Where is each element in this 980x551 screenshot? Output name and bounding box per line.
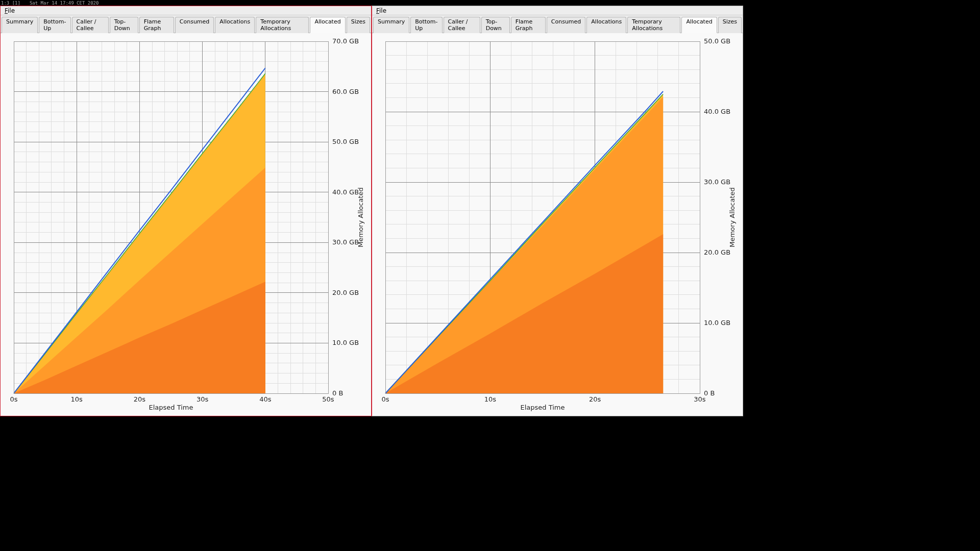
menubar: File: [372, 6, 743, 15]
tab-allocated[interactable]: Allocated: [310, 17, 345, 33]
tab-bottomup[interactable]: Bottom-Up: [39, 17, 70, 33]
svg-text:Elapsed Time: Elapsed Time: [520, 404, 565, 411]
tab-flame[interactable]: Flame Graph: [139, 17, 174, 33]
tab-tmpalloc[interactable]: Temporary Allocations: [256, 17, 309, 33]
svg-text:10.0 GB: 10.0 GB: [332, 339, 359, 346]
tab-sizes[interactable]: Sizes: [718, 17, 742, 33]
tab-allocated[interactable]: Allocated: [681, 17, 717, 33]
tab-bar-left: SummaryBottom-UpCaller / CalleeTop-DownF…: [1, 15, 371, 33]
svg-text:70.0 GB: 70.0 GB: [332, 37, 359, 45]
left-pane: File SummaryBottom-UpCaller / CalleeTop-…: [0, 6, 372, 416]
svg-text:0s: 0s: [381, 395, 389, 403]
allocated-chart-right[interactable]: 0s10s20s30s0 B10.0 GB20.0 GB30.0 GB40.0 …: [375, 36, 740, 413]
svg-text:0 B: 0 B: [704, 389, 715, 397]
svg-text:40.0 GB: 40.0 GB: [704, 108, 730, 115]
svg-text:Memory Allocated: Memory Allocated: [357, 187, 364, 247]
svg-text:50.0 GB: 50.0 GB: [704, 37, 730, 45]
tab-bottomup[interactable]: Bottom-Up: [410, 17, 442, 33]
tab-caller[interactable]: Caller / Callee: [72, 17, 109, 33]
tab-summary[interactable]: Summary: [2, 17, 38, 33]
svg-text:40.0 GB: 40.0 GB: [332, 188, 359, 196]
svg-text:40s: 40s: [259, 395, 272, 403]
tab-caller[interactable]: Caller / Callee: [444, 17, 480, 33]
workspace-indicator: 1:3 [1]: [1, 1, 20, 6]
chart-area-right: 0s10s20s30s0 B10.0 GB20.0 GB30.0 GB40.0 …: [372, 33, 743, 416]
tab-topdown[interactable]: Top-Down: [481, 17, 510, 33]
svg-text:60.0 GB: 60.0 GB: [332, 88, 359, 95]
tab-topdown[interactable]: Top-Down: [110, 17, 138, 33]
svg-text:20s: 20s: [134, 395, 146, 403]
menubar: File: [1, 6, 371, 15]
svg-text:20.0 GB: 20.0 GB: [332, 289, 359, 296]
tab-consumed[interactable]: Consumed: [547, 17, 586, 33]
svg-text:0 B: 0 B: [332, 389, 343, 397]
clock-text: Sat Mar 14 17:49 CET 2020: [30, 1, 99, 6]
svg-text:10s: 10s: [484, 395, 497, 403]
svg-text:Memory Allocated: Memory Allocated: [728, 187, 736, 247]
tab-flame[interactable]: Flame Graph: [511, 17, 546, 33]
tab-tmpalloc[interactable]: Temporary Allocations: [627, 17, 680, 33]
svg-text:30.0 GB: 30.0 GB: [332, 238, 359, 246]
svg-text:20.0 GB: 20.0 GB: [704, 248, 730, 256]
tab-summary[interactable]: Summary: [373, 17, 409, 33]
menu-file[interactable]: File: [1, 7, 19, 15]
svg-text:10.0 GB: 10.0 GB: [704, 319, 730, 327]
tab-consumed[interactable]: Consumed: [175, 17, 214, 33]
svg-text:10s: 10s: [71, 395, 83, 403]
svg-text:30.0 GB: 30.0 GB: [704, 178, 730, 186]
svg-text:Elapsed Time: Elapsed Time: [149, 404, 193, 411]
tab-sizes[interactable]: Sizes: [347, 17, 370, 33]
tab-bar-right: SummaryBottom-UpCaller / CalleeTop-DownF…: [372, 15, 743, 33]
right-pane: File SummaryBottom-UpCaller / CalleeTop-…: [372, 6, 743, 416]
chart-area-left: 0s10s20s30s40s50s0 B10.0 GB20.0 GB30.0 G…: [1, 33, 371, 416]
svg-text:50.0 GB: 50.0 GB: [332, 138, 359, 145]
tab-allocs[interactable]: Allocations: [215, 17, 255, 33]
window-manager-bar: 1:3 [1] Sat Mar 14 17:49 CET 2020: [0, 0, 743, 6]
menu-file[interactable]: File: [372, 7, 390, 15]
tab-allocs[interactable]: Allocations: [586, 17, 626, 33]
svg-text:30s: 30s: [197, 395, 209, 403]
svg-text:0s: 0s: [10, 395, 17, 403]
svg-text:20s: 20s: [589, 395, 601, 403]
allocated-chart-left[interactable]: 0s10s20s30s40s50s0 B10.0 GB20.0 GB30.0 G…: [4, 36, 368, 413]
